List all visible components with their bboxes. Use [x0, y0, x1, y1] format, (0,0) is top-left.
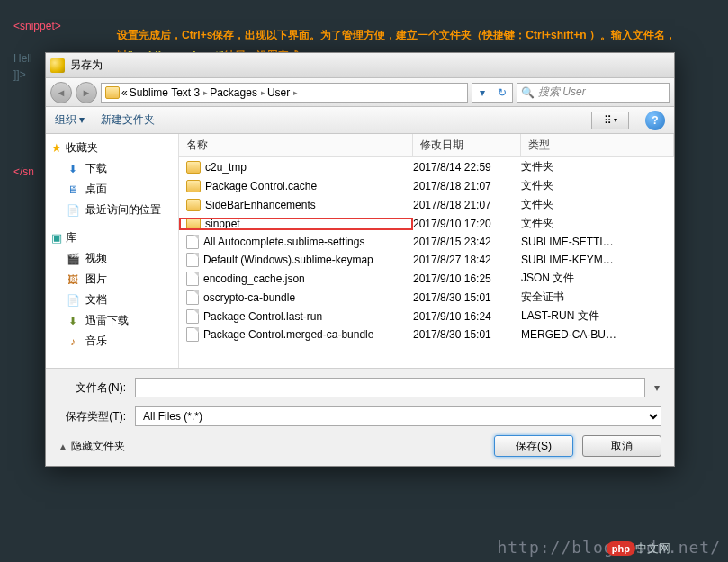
nav-item-icon: 🖥	[66, 183, 80, 197]
save-as-dialog: 另存为 ◄ ► « Sublime Text 3▸ Packages▸ User…	[45, 52, 675, 467]
nav-item-icon: ⬇	[66, 314, 80, 328]
filename-label: 文件名(N):	[58, 380, 126, 396]
file-icon	[186, 253, 199, 267]
table-row[interactable]: Package Control.last-run2017/9/10 16:24L…	[179, 307, 674, 326]
chevron-up-icon: ▲	[58, 442, 67, 451]
table-row[interactable]: c2u_tmp2017/8/14 22:59文件夹	[179, 157, 674, 176]
folder-icon	[105, 86, 120, 99]
music-icon: ♪	[66, 335, 80, 349]
table-row[interactable]: SideBarEnhancements2017/8/18 21:07文件夹	[179, 195, 674, 214]
save-button[interactable]: 保存(S)	[494, 435, 573, 457]
col-date[interactable]: 修改日期	[413, 134, 521, 156]
col-type[interactable]: 类型	[521, 134, 674, 156]
dialog-titlebar[interactable]: 另存为	[46, 53, 674, 78]
folder-icon	[186, 161, 201, 174]
nav-forward-button[interactable]: ►	[76, 82, 97, 103]
watermark-badge: php 中文网	[607, 540, 670, 557]
table-row[interactable]: Package Control.cache2017/8/18 21:07文件夹	[179, 176, 674, 195]
filetype-label: 保存类型(T):	[58, 409, 126, 424]
dialog-bottom: 文件名(N): ▾ 保存类型(T): All Files (*.*) ▲隐藏文件…	[46, 368, 674, 466]
folder-icon	[186, 180, 201, 192]
column-headers[interactable]: 名称 修改日期 类型	[179, 134, 674, 157]
sidebar-item[interactable]: 📄文档	[46, 290, 178, 310]
nav-item-icon: 🖼	[66, 272, 80, 287]
refresh-dropdown[interactable]: ▾ ↻	[472, 83, 513, 103]
left-nav-pane: ★收藏夹 ⬇下载🖥桌面📄最近访问的位置 ▣库 🎬视频🖼图片📄文档⬇迅雷下载 ♪音…	[46, 134, 179, 368]
dialog-title: 另存为	[70, 58, 670, 73]
toolbar: 组织 ▾ 新建文件夹 ⠿▾ ?	[46, 107, 674, 134]
folder-icon	[186, 199, 201, 211]
sidebar-item[interactable]: ⬇迅雷下载	[46, 310, 178, 331]
refresh-icon[interactable]: ↻	[492, 84, 512, 102]
table-row[interactable]: Package Control.merged-ca-bundle2017/8/3…	[179, 326, 674, 343]
libraries-header[interactable]: ▣库	[46, 227, 178, 248]
address-bar: ◄ ► « Sublime Text 3▸ Packages▸ User▸ ▾ …	[46, 78, 674, 107]
sidebar-item[interactable]: 🖼图片	[46, 269, 178, 290]
sidebar-item[interactable]: ⬇下载	[46, 158, 178, 179]
sidebar-item[interactable]: 🖥桌面	[46, 179, 178, 200]
filetype-select[interactable]: All Files (*.*)	[135, 406, 661, 426]
help-button[interactable]: ?	[645, 111, 665, 130]
search-input[interactable]: 🔍 搜索 User	[517, 83, 670, 103]
hide-folders-toggle[interactable]: ▲隐藏文件夹	[58, 439, 125, 454]
table-row[interactable]: encoding_cache.json2017/9/10 16:25JSON 文…	[179, 269, 674, 288]
favorites-header[interactable]: ★收藏夹	[46, 138, 178, 158]
sidebar-item[interactable]: ♪音乐	[46, 331, 178, 352]
folder-icon	[186, 218, 201, 230]
app-icon	[50, 58, 65, 73]
view-mode-button[interactable]: ⠿▾	[591, 112, 629, 129]
breadcrumb-bar[interactable]: « Sublime Text 3▸ Packages▸ User▸	[101, 83, 468, 103]
sidebar-item[interactable]: 🎬视频	[46, 248, 178, 269]
file-icon	[186, 327, 199, 342]
new-folder-button[interactable]: 新建文件夹	[101, 112, 155, 128]
file-icon	[186, 272, 199, 286]
file-icon	[186, 290, 199, 305]
nav-back-button[interactable]: ◄	[50, 82, 72, 103]
cancel-button[interactable]: 取消	[582, 435, 661, 457]
file-list[interactable]: 名称 修改日期 类型 c2u_tmp2017/8/14 22:59文件夹Pack…	[179, 134, 674, 368]
organize-button[interactable]: 组织 ▾	[55, 112, 85, 128]
table-row[interactable]: oscrypto-ca-bundle2017/8/30 15:01安全证书	[179, 288, 674, 307]
library-icon: ▣	[51, 231, 62, 245]
nav-item-icon: 📄	[66, 203, 80, 218]
table-row[interactable]: Default (Windows).sublime-keymap2017/8/2…	[179, 251, 674, 269]
search-icon: 🔍	[521, 86, 535, 99]
dropdown-icon[interactable]: ▾	[654, 381, 661, 394]
file-icon	[186, 309, 199, 324]
sidebar-item[interactable]: 📄最近访问的位置	[46, 200, 178, 220]
nav-item-icon: 🎬	[66, 252, 80, 266]
table-row[interactable]: sinppet2017/9/10 17:20文件夹	[179, 214, 674, 233]
col-name[interactable]: 名称	[179, 134, 413, 156]
file-icon	[186, 235, 199, 249]
nav-item-icon: ⬇	[66, 162, 80, 176]
nav-item-icon: 📄	[66, 293, 80, 308]
star-icon: ★	[51, 141, 62, 155]
table-row[interactable]: All Autocomplete.sublime-settings2017/8/…	[179, 233, 674, 251]
filename-input[interactable]	[135, 378, 645, 397]
history-dropdown-icon[interactable]: ▾	[472, 84, 492, 102]
